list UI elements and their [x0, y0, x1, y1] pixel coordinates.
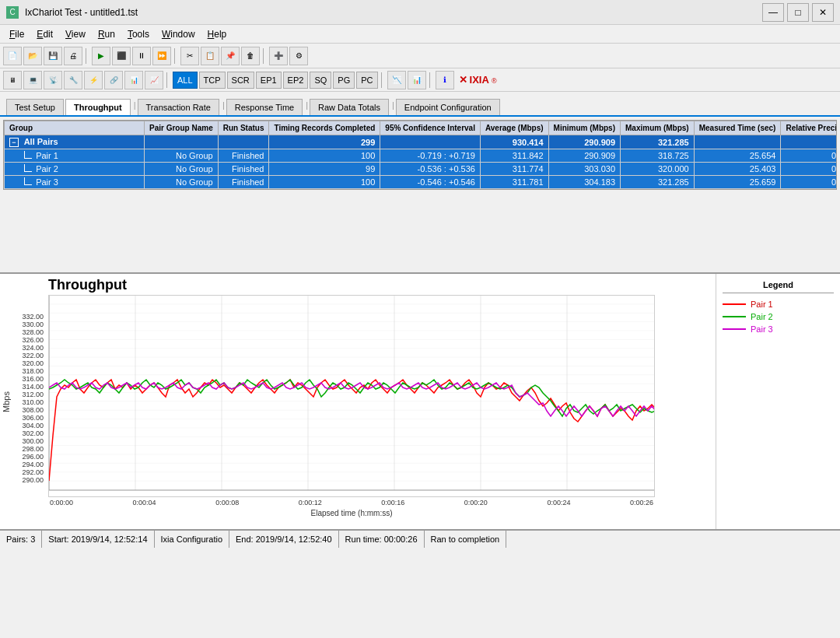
- table-row-pair2[interactable]: Pair 2 No Group Finished 99 -0.536 : +0.…: [5, 163, 838, 176]
- menu-edit[interactable]: Edit: [30, 27, 59, 41]
- menu-run[interactable]: Run: [92, 27, 121, 41]
- menu-file[interactable]: File: [3, 27, 30, 41]
- pair2-maximum: 320.000: [621, 163, 695, 176]
- menu-tools[interactable]: Tools: [121, 27, 156, 41]
- filter-pc[interactable]: PC: [356, 72, 377, 89]
- table-row-pair1[interactable]: Pair 1 No Group Finished 100 -0.719 : +0…: [5, 149, 838, 163]
- col-maximum: Maximum (Mbps): [621, 121, 695, 135]
- tab-endpoint-config[interactable]: Endpoint Configuration: [396, 99, 500, 115]
- run-button[interactable]: ▶: [92, 47, 110, 65]
- filter-tcp[interactable]: TCP: [199, 72, 226, 89]
- filter-ep1[interactable]: EP1: [256, 72, 282, 89]
- minimize-button[interactable]: —: [762, 3, 784, 22]
- legend-label-pair1: Pair 1: [751, 300, 773, 309]
- filter-pg[interactable]: PG: [333, 72, 355, 89]
- maximize-button[interactable]: □: [787, 3, 809, 22]
- save-button[interactable]: 💾: [44, 47, 62, 65]
- status-end: End: 2019/9/14, 12:52:40: [229, 531, 339, 548]
- pair1-average: 311.842: [480, 149, 548, 163]
- endpoint-btn-3[interactable]: 📡: [44, 71, 62, 89]
- tab-test-setup[interactable]: Test Setup: [6, 99, 64, 115]
- allpairs-maximum: 321.285: [621, 135, 695, 149]
- table-row-allpairs[interactable]: − All Pairs 299 930.414 290.909 321.285: [5, 135, 838, 149]
- title-bar: C IxChariot Test - untitled1.tst — □ ✕: [0, 0, 840, 25]
- allpairs-measured: [694, 135, 781, 149]
- separator-f2: [381, 72, 384, 88]
- filter-ep2[interactable]: EP2: [283, 72, 309, 89]
- pair2-measured: 25.403: [694, 163, 781, 176]
- close-button[interactable]: ✕: [812, 3, 834, 22]
- separator-f3: [429, 72, 432, 88]
- endpoint-btn-6[interactable]: 🔗: [104, 71, 123, 89]
- add-endpoint-button[interactable]: ➕: [269, 47, 288, 65]
- filter-scr[interactable]: SCR: [227, 72, 254, 89]
- new-button[interactable]: 📄: [3, 47, 22, 65]
- print-button[interactable]: 🖨: [64, 47, 82, 65]
- allpairs-status: [218, 135, 269, 149]
- endpoint-btn-2[interactable]: 💻: [23, 71, 42, 89]
- allpairs-relative: [781, 135, 837, 149]
- endpoint-btn-8[interactable]: 📈: [145, 71, 163, 89]
- tab-response-time[interactable]: Response Time: [226, 99, 303, 115]
- tab-raw-data[interactable]: Raw Data Totals: [310, 99, 389, 115]
- toolbar-2: 🖥 💻 📡 🔧 ⚡ 🔗 📊 📈 ALL TCP SCR EP1 EP2 SQ P…: [0, 68, 840, 92]
- endpoint-btn-7[interactable]: 📊: [124, 71, 143, 89]
- allpairs-average: 930.414: [480, 135, 548, 149]
- filter-sq[interactable]: SQ: [310, 72, 331, 89]
- window-controls[interactable]: — □ ✕: [762, 3, 834, 22]
- graph-btn-1[interactable]: 📉: [387, 71, 406, 89]
- col-relative: Relative Precision: [781, 121, 837, 135]
- endpoint-btn-5[interactable]: ⚡: [84, 71, 103, 89]
- pair1-label: Pair 1: [36, 151, 58, 160]
- menu-bar: File Edit View Run Tools Window Help: [0, 25, 840, 44]
- status-pairs: Pairs: 3: [0, 531, 42, 548]
- expand-icon[interactable]: −: [9, 138, 19, 147]
- copy-button[interactable]: 📋: [201, 47, 219, 65]
- chart-plot-area: Throughput: [45, 274, 716, 529]
- pair2-minimum: 303.030: [548, 163, 620, 176]
- table-row-pair3[interactable]: Pair 3 No Group Finished 100 -0.546 : +0…: [5, 176, 838, 189]
- pair1-group: Pair 1: [5, 149, 145, 163]
- delete-button[interactable]: 🗑: [241, 47, 260, 65]
- pair3-maximum: 321.285: [621, 176, 695, 189]
- legend-label-pair2: Pair 2: [751, 312, 773, 321]
- menu-help[interactable]: Help: [201, 27, 233, 41]
- allpairs-group: − All Pairs: [5, 135, 145, 149]
- pair3-name: No Group: [145, 176, 219, 189]
- pair3-measured: 25.659: [694, 176, 781, 189]
- menu-view[interactable]: View: [59, 27, 92, 41]
- filter-all[interactable]: ALL: [173, 72, 198, 89]
- pair3-status: Finished: [218, 176, 269, 189]
- legend-line-pair1: [723, 303, 746, 305]
- table-container: Group Pair Group Name Run Status Timing …: [3, 120, 837, 190]
- pair1-measured: 25.654: [694, 149, 781, 163]
- separator-3: [263, 48, 266, 64]
- cut-button[interactable]: ✂: [180, 47, 199, 65]
- tab-transaction-rate[interactable]: Transaction Rate: [138, 99, 219, 115]
- col-minimum: Minimum (Mbps): [548, 121, 620, 135]
- pair1-maximum: 318.725: [621, 149, 695, 163]
- tab-throughput[interactable]: Throughput: [65, 99, 131, 115]
- y-axis-title: Mbps: [0, 388, 12, 415]
- status-completion: Ran to completion: [425, 531, 507, 548]
- paste-button[interactable]: 📌: [221, 47, 240, 65]
- menu-window[interactable]: Window: [156, 27, 201, 41]
- pair1-status: Finished: [218, 149, 269, 163]
- graph-btn-2[interactable]: 📊: [408, 71, 426, 89]
- stop-button[interactable]: ⬛: [112, 47, 131, 65]
- pair2-confidence: -0.536 : +0.536: [380, 163, 481, 176]
- col-confidence: 95% Confidence Interval: [380, 121, 481, 135]
- info-button[interactable]: ℹ: [436, 71, 454, 89]
- props-button[interactable]: ⚙: [289, 47, 308, 65]
- open-button[interactable]: 📂: [23, 47, 42, 65]
- step-button[interactable]: ⏩: [152, 47, 171, 65]
- y-axis-labels: 332.00 330.00 328.00 326.00 324.00 322.0…: [12, 296, 45, 507]
- endpoint-btn-4[interactable]: 🔧: [64, 71, 82, 89]
- y-axis-area: Mbps 332.00 330.00 328.00 326.00 324.00 …: [0, 274, 45, 529]
- separator-f: [166, 72, 170, 88]
- toolbar-1: 📄 📂 💾 🖨 ▶ ⬛ ⏸ ⏩ ✂ 📋 📌 🗑 ➕ ⚙: [0, 44, 840, 68]
- pause-button[interactable]: ⏸: [132, 47, 151, 65]
- svg-rect-0: [49, 296, 655, 490]
- endpoint-btn-1[interactable]: 🖥: [3, 71, 22, 89]
- allpairs-confidence: [380, 135, 481, 149]
